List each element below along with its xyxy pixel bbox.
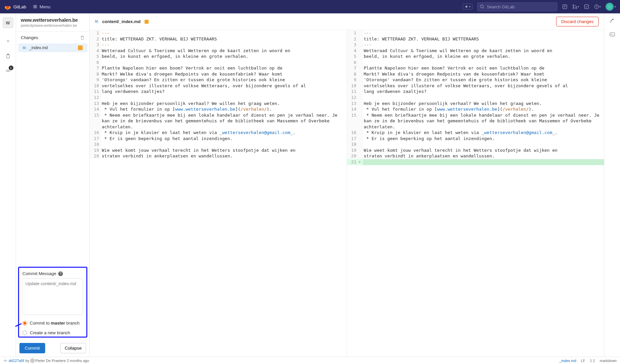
changes-header: Changes — [16, 32, 89, 43]
svg-point-4 — [575, 7, 577, 9]
svg-point-0 — [480, 5, 483, 8]
author-avatar — [30, 358, 35, 363]
terminal-icon[interactable] — [609, 31, 615, 37]
pipeline-icon[interactable] — [609, 18, 615, 24]
search-input[interactable] — [477, 2, 557, 11]
project-path: pieterdp/www.wetterseverhalen.be — [21, 23, 85, 27]
project-name: www.wetterseverhalen.be — [21, 17, 85, 23]
diff-view[interactable]: 1---2title: WETTERAAD ZKT. VERHAAL BIJ W… — [90, 30, 604, 357]
editor-area: M↓ content/_index.md Discard changes 1--… — [90, 13, 604, 357]
sidebar: www.wetterseverhalen.be pieterdp/www.wet… — [16, 13, 90, 357]
markdown-icon: M↓ — [23, 46, 27, 50]
commit-footer: Commit Collapse — [16, 340, 89, 357]
status-bar: dd127a5f by Pieter De Praetere 2 months … — [0, 357, 620, 364]
plus-icon — [464, 5, 468, 9]
discard-all-icon[interactable] — [80, 35, 85, 40]
changed-file-name: _index.md — [29, 45, 48, 50]
commit-message-label: Commit Message ? — [22, 271, 83, 276]
status-lang: markdown — [600, 359, 617, 363]
search-icon — [480, 4, 484, 9]
rail-clipboard-icon[interactable] — [0, 49, 16, 64]
top-nav: GitLab Menu ▾ ▾ ?▾ ▾ — [0, 0, 620, 13]
commit-time: 2 months ago — [67, 359, 89, 363]
chevron-down-icon: ▾ — [469, 5, 471, 8]
discard-changes-button[interactable]: Discard changes — [556, 17, 599, 26]
svg-rect-8 — [7, 54, 9, 58]
hamburger-icon — [33, 4, 37, 9]
radio-checked-icon — [22, 321, 27, 326]
commit-to-branch-radio[interactable]: Commit to master branch — [22, 321, 83, 326]
commit-sha[interactable]: dd127a5f — [9, 359, 24, 363]
radio-unchecked-icon — [22, 331, 27, 335]
commit-panel: Commit Message ? Commit to master branch… — [18, 267, 87, 338]
user-menu[interactable]: ▾ — [606, 3, 616, 11]
svg-point-12 — [5, 360, 6, 361]
svg-point-2 — [573, 5, 574, 6]
editor-tabs: M↓ content/_index.md Discard changes — [90, 13, 604, 30]
gitlab-logo[interactable]: GitLab — [4, 3, 26, 10]
svg-text:?: ? — [596, 5, 597, 8]
changes-title: Changes — [21, 35, 38, 40]
brand-text: GitLab — [13, 4, 26, 9]
status-pos: 1:1 — [590, 359, 595, 363]
collapse-button[interactable]: Collapse — [60, 343, 86, 353]
changed-file-item[interactable]: M↓ _index.md — [18, 43, 87, 52]
right-rail — [604, 13, 620, 357]
svg-rect-1 — [563, 5, 567, 9]
rail-commit-icon[interactable]: 1 — [0, 64, 16, 78]
markdown-icon: M↓ — [95, 20, 99, 23]
svg-rect-11 — [610, 33, 615, 36]
snippet-icon[interactable] — [562, 4, 567, 9]
diff-pane-left: 1---2title: WETTERAAD ZKT. VERHAAL BIJ W… — [90, 30, 347, 357]
file-path: content/_index.md — [102, 19, 141, 24]
search-wrap — [477, 2, 557, 11]
chevron-down-icon: ▾ — [614, 5, 616, 8]
activity-rail: W 1 — [0, 13, 16, 357]
commit-count-badge: 1 — [9, 66, 13, 70]
help-icon[interactable]: ?▾ — [594, 4, 601, 9]
todo-icon[interactable] — [584, 4, 589, 9]
commit-message-input[interactable] — [22, 278, 83, 315]
status-lf: LF — [581, 359, 585, 363]
modified-badge — [145, 20, 149, 24]
menu-button[interactable]: Menu — [33, 4, 51, 9]
svg-point-3 — [573, 7, 574, 9]
status-file[interactable]: _index.md — [559, 359, 576, 363]
commit-icon — [3, 359, 7, 363]
help-icon[interactable]: ? — [58, 271, 63, 276]
modified-badge — [78, 45, 83, 50]
project-header: www.wetterseverhalen.be pieterdp/www.wet… — [16, 13, 89, 32]
svg-rect-5 — [585, 5, 589, 9]
create-new-branch-radio[interactable]: Create a new branch — [22, 330, 83, 335]
create-new-button[interactable]: ▾ — [463, 4, 472, 10]
merge-request-icon[interactable]: ▾ — [572, 4, 579, 9]
project-avatar[interactable]: W — [3, 17, 13, 28]
commit-button[interactable]: Commit — [19, 343, 45, 353]
svg-point-10 — [7, 70, 9, 72]
avatar — [606, 3, 614, 11]
gitlab-icon — [4, 3, 11, 10]
rail-edit-icon[interactable] — [0, 34, 16, 49]
author-name: Pieter De Praetere — [35, 359, 66, 363]
diff-pane-right: 1---2title: WETTERAAD ZKT. VERHAAL BIJ W… — [347, 30, 604, 357]
